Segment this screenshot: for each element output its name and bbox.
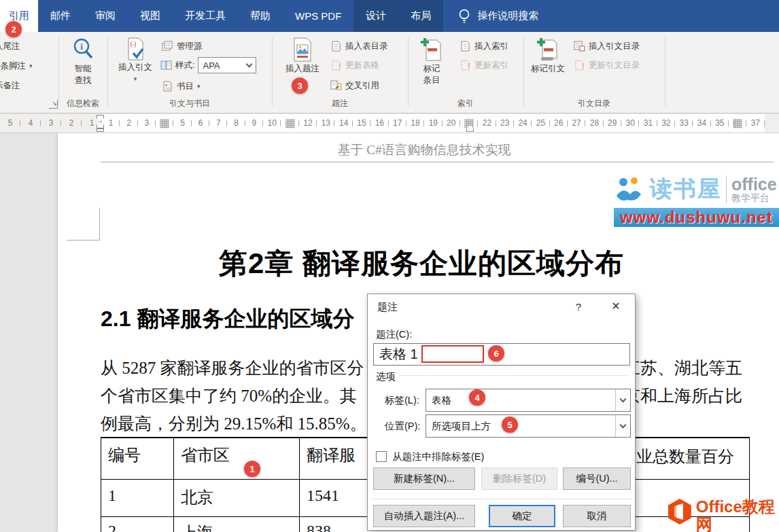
- page-header-text: 基于 C#语言购物信息技术实现: [101, 141, 748, 159]
- ok-button[interactable]: 确定: [489, 505, 555, 527]
- numbering-button[interactable]: 编号(U)...: [563, 467, 631, 490]
- cross-reference-label: 交叉引用: [345, 80, 379, 92]
- table-header-cell: 省市区: [181, 444, 230, 466]
- manage-sources-button[interactable]: 管理源: [162, 40, 203, 52]
- group-divider: [408, 37, 409, 106]
- tab-邮件[interactable]: 邮件: [38, 0, 83, 32]
- mark-entry-label: 标记: [423, 64, 440, 74]
- table-cell: 北京: [181, 486, 213, 508]
- office-tutorial-brand: Office教程网 www.office26.com: [668, 498, 779, 532]
- insert-table-of-figures-button[interactable]: 插入表目录: [330, 40, 388, 52]
- smart-lookup-button[interactable]: i 智能 查找: [63, 37, 103, 86]
- ruler-number: 15: [353, 114, 370, 132]
- ruler-number: 34: [693, 114, 710, 132]
- table-header-cell: 编号: [108, 444, 141, 466]
- exclude-label-checkbox[interactable]: [376, 451, 387, 462]
- brand-name: Office教程网: [696, 498, 779, 532]
- ruler-number: 28: [585, 114, 603, 132]
- table-border: [101, 437, 101, 532]
- table-border: [299, 437, 300, 532]
- ruler-number: 26: [550, 114, 568, 132]
- insert-index-button[interactable]: 插入索引: [460, 40, 508, 52]
- table-cell: 上海: [181, 522, 213, 532]
- group-label-citations: 引文与书目: [107, 98, 272, 109]
- insert-toa-icon: [574, 41, 585, 52]
- svg-text:!: !: [339, 63, 341, 70]
- new-label-button[interactable]: 新建标签(N)...: [373, 467, 475, 490]
- tab-开发工具[interactable]: 开发工具: [173, 0, 238, 32]
- ruler-number: 27: [568, 114, 585, 132]
- label-combobox-value: 表格: [426, 394, 615, 407]
- table-header-cell: 翻译服: [307, 444, 356, 466]
- dushuwu-url-banner: www.dushuwu.net: [614, 208, 779, 227]
- dropdown-arrow-icon: ▾: [197, 83, 201, 90]
- group-label-index: 索引: [408, 98, 523, 109]
- step-badge-4: 4: [469, 389, 485, 406]
- group-divider: [665, 37, 665, 106]
- tab-帮助[interactable]: 帮助: [238, 0, 283, 32]
- mark-citation-label: 标记引文: [531, 64, 565, 74]
- dialog-separator: [370, 499, 632, 499]
- dushuwu-logo-icon: [614, 175, 645, 204]
- paragraph-text: 从 5287 家翻译服务企业的省市区分: [101, 359, 364, 377]
- mark-entry-button[interactable]: 标记 条目: [412, 37, 451, 86]
- ruler-number: 5: [0, 114, 20, 132]
- tab-审阅[interactable]: 审阅: [83, 0, 128, 32]
- office-hexagon-icon: [668, 498, 692, 525]
- label-field-label: 标签(L):: [385, 394, 419, 407]
- autocaption-button[interactable]: 自动插入题注(A)...: [373, 505, 475, 527]
- ruler-number: 18: [406, 114, 424, 132]
- ruler-number: 8: [227, 114, 245, 132]
- ruler-number: 13: [317, 114, 334, 132]
- cancel-button[interactable]: 取消: [563, 505, 631, 527]
- tab-设计[interactable]: 设计: [353, 0, 398, 32]
- mark-citation-button[interactable]: 标记引文: [526, 37, 570, 74]
- insert-endnote-button[interactable]: 入尾注: [0, 40, 20, 52]
- cross-reference-icon: [330, 80, 342, 91]
- insert-caption-button[interactable]: 插入题注: [276, 37, 329, 74]
- group-label-research: 信息检索: [58, 98, 107, 109]
- left-indent-marker[interactable]: [97, 128, 104, 132]
- tab-WPS PDF[interactable]: WPS PDF: [283, 0, 353, 32]
- cross-reference-button[interactable]: 交叉引用: [330, 79, 379, 92]
- paragraph-text: 个省市区集中了约 70%的企业。其: [101, 387, 357, 405]
- tell-me-search[interactable]: 操作说明搜索: [458, 0, 538, 32]
- paragraph-text: 例最高，分别为 29.15%和 15.85%。: [101, 414, 367, 433]
- chevron-down-icon: [620, 421, 627, 428]
- label-combobox[interactable]: 表格: [426, 389, 631, 412]
- ruler-number: 1: [102, 114, 120, 132]
- options-group-line: [399, 375, 629, 376]
- chapter-title: 第2章 翻译服务企业的区域分布: [85, 245, 758, 283]
- footnote-dialog-launcher-icon[interactable]: ↘: [49, 100, 58, 109]
- insert-toa-label: 插入引文目录: [589, 41, 640, 52]
- search-label: 操作说明搜索: [477, 10, 538, 22]
- dialog-close-button[interactable]: ✕: [606, 298, 626, 315]
- bibliography-label: 书目: [177, 81, 194, 92]
- group-divider: [523, 37, 524, 106]
- dialog-help-button[interactable]: ?: [572, 301, 585, 313]
- ruler-number: 17: [389, 114, 406, 132]
- insert-toa-button[interactable]: 插入引文目录: [574, 40, 640, 52]
- style-row: 样式: APA: [160, 59, 256, 71]
- ruler-number: 22: [478, 114, 496, 132]
- insert-citation-button[interactable]: (-) 插入引文 ▾: [113, 37, 158, 84]
- position-combobox-arrow[interactable]: [615, 415, 630, 437]
- mark-entry-label: 条目: [423, 75, 440, 86]
- bibliography-button[interactable]: 书目 ▾: [162, 80, 201, 92]
- next-footnote-button[interactable]: 一条脚注 ▾: [0, 60, 33, 72]
- tab-视图[interactable]: 视图: [128, 0, 173, 32]
- position-combobox[interactable]: 所选项目上方: [426, 414, 631, 438]
- tab-布局[interactable]: 布局: [398, 0, 443, 32]
- update-index-label: 更新索引: [474, 60, 508, 71]
- smart-lookup-icon: i: [71, 37, 95, 63]
- citation-style-select[interactable]: APA: [198, 57, 256, 73]
- group-label-captions: 题注: [272, 98, 408, 109]
- ruler-number: 14: [334, 114, 352, 132]
- bibliography-icon: [162, 81, 173, 92]
- caption-field-label: 题注(C):: [376, 328, 412, 341]
- label-combobox-arrow[interactable]: [615, 389, 630, 411]
- show-notes-button[interactable]: 示备注: [0, 79, 20, 92]
- ribbon-tab-bar: 引用邮件审阅视图开发工具帮助WPS PDF设计布局 操作说明搜索: [0, 0, 779, 32]
- ruler[interactable]: 54321 1235678910121314151617181920222324…: [0, 114, 779, 133]
- smart-lookup-label: 智能: [75, 64, 92, 74]
